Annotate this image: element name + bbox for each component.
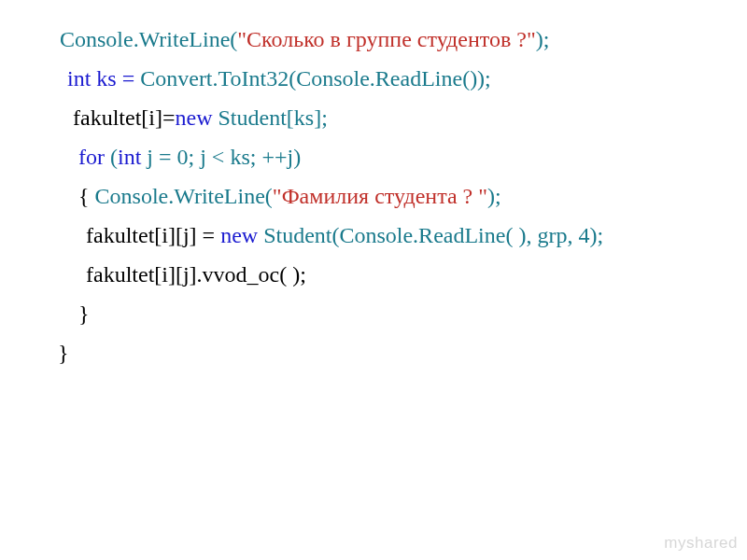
- code-line-5: { Console.WriteLine("Фамилия студента ? …: [78, 185, 710, 207]
- code-token: }: [58, 341, 69, 365]
- code-line-7: fakultet[i][j].vvod_oc( );: [86, 263, 710, 286]
- code-token: {: [78, 184, 90, 208]
- code-line-9: }: [58, 342, 710, 364]
- code-line-6: fakultet[i][j] = new Student(Console.Rea…: [86, 224, 710, 246]
- code-token: new: [220, 223, 258, 247]
- code-line-1: Console.WriteLine("Сколько в группе студ…: [60, 28, 710, 50]
- code-token: fakultet[i][j] =: [86, 223, 220, 247]
- code-token: "Фамилия студента ? ": [273, 184, 487, 208]
- code-token: );: [487, 184, 501, 208]
- code-token: j = 0; j < ks; ++j): [141, 145, 301, 169]
- code-token: );: [536, 27, 550, 51]
- code-token: Console.WriteLine(: [60, 27, 237, 51]
- code-token: Student[ks];: [212, 105, 327, 130]
- code-line-2: int ks = Convert.ToInt32(Console.ReadLin…: [67, 67, 710, 90]
- code-line-3: fakultet[i]=new Student[ks];: [73, 106, 710, 129]
- code-line-4: for (int j = 0; j < ks; ++j): [78, 146, 710, 168]
- code-slide: Console.WriteLine("Сколько в группе студ…: [0, 0, 747, 409]
- code-token: int ks =: [67, 66, 134, 91]
- code-token: "Сколько в группе студентов ?": [237, 27, 535, 51]
- code-token: fakultet[i]=: [73, 105, 176, 130]
- code-token: int: [118, 145, 141, 169]
- code-token: Convert.ToInt32(Console.ReadLine());: [134, 66, 491, 91]
- code-token: }: [78, 301, 90, 326]
- code-token: new: [176, 105, 213, 130]
- code-token: (: [105, 145, 118, 169]
- code-token: for: [78, 145, 105, 169]
- code-token: Student(Console.ReadLine( ), grp, 4);: [258, 223, 603, 247]
- code-token: Console.WriteLine(: [90, 184, 273, 208]
- watermark-text: myshared: [664, 534, 738, 553]
- code-line-8: }: [78, 302, 710, 325]
- code-token: fakultet[i][j].vvod_oc( );: [86, 262, 306, 287]
